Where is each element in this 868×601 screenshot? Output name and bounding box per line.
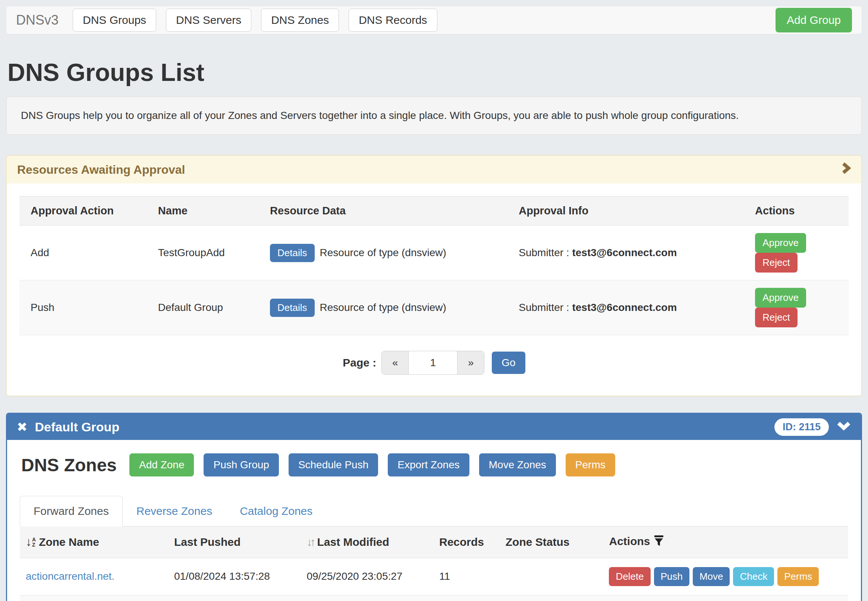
- last-pushed-cell: 01/08/2024 13:57:28: [169, 558, 302, 595]
- perms-row-button[interactable]: Perms: [777, 567, 819, 586]
- dns-zones-title: DNS Zones: [21, 455, 117, 475]
- nav-dns-servers-button[interactable]: DNS Servers: [166, 9, 251, 32]
- page-description: DNS Groups help you to organize all of y…: [6, 96, 862, 135]
- add-zone-button[interactable]: Add Zone: [130, 453, 194, 476]
- reject-button[interactable]: Reject: [755, 308, 798, 327]
- approval-row: Add TestGroupAdd DetailsResource of type…: [19, 226, 849, 281]
- approval-table: Approval Action Name Resource Data Appro…: [19, 196, 849, 335]
- approval-panel-title: Resources Awaiting Approval: [17, 163, 185, 177]
- submitter-email: test3@6connect.com: [572, 247, 677, 258]
- approval-table-header-row: Approval Action Name Resource Data Appro…: [19, 197, 849, 226]
- col-zone-status: Zone Status: [500, 526, 604, 558]
- approval-panel-body: Approval Action Name Resource Data Appro…: [7, 183, 861, 395]
- zone-actions-cell: DeletePushMoveCheckPerms: [604, 558, 848, 595]
- submitter-label: Submitter :: [519, 302, 569, 313]
- col-last-pushed[interactable]: Last Pushed: [169, 526, 302, 558]
- perms-button[interactable]: Perms: [566, 453, 615, 476]
- page-input-group: « »: [381, 351, 484, 375]
- add-group-button[interactable]: Add Group: [775, 8, 852, 32]
- submitter-label: Submitter :: [519, 247, 569, 258]
- last-modified-cell: 07/24/2017 20:04:06: [301, 595, 434, 601]
- dns-zones-toolbar: DNS Zones Add Zone Push Group Schedule P…: [20, 453, 848, 476]
- export-zones-button[interactable]: Export Zones: [388, 453, 470, 476]
- zone-actions-cell: DeletePushMoveCheckPerms: [604, 595, 848, 601]
- approve-button[interactable]: Approve: [755, 233, 806, 253]
- col-last-modified[interactable]: ↓↑Last Modified: [301, 526, 434, 558]
- zones-table-header-row: ↓AZZone Name Last Pushed ↓↑Last Modified…: [20, 526, 848, 558]
- tab-forward-zones[interactable]: Forward Zones: [20, 496, 123, 526]
- approval-action-cell: Push: [19, 281, 152, 335]
- approval-resource-cell: DetailsResource of type (dnsview): [264, 281, 513, 335]
- zone-status-cell: [500, 558, 604, 595]
- pagination: Page : « » Go: [19, 351, 849, 375]
- top-navbar: DNSv3 DNS Groups DNS Servers DNS Zones D…: [6, 6, 862, 34]
- col-approval-action: Approval Action: [19, 197, 152, 226]
- close-icon[interactable]: ✖: [17, 419, 27, 434]
- sort-alpha-icon[interactable]: ↓AZ: [26, 535, 36, 549]
- page-title: DNS Groups List: [8, 58, 862, 87]
- approval-resource-cell: DetailsResource of type (dnsview): [264, 226, 513, 281]
- filter-icon[interactable]: [654, 537, 664, 549]
- push-group-button[interactable]: Push Group: [204, 453, 279, 476]
- approve-button[interactable]: Approve: [755, 288, 806, 308]
- chevron-right-icon[interactable]: [841, 162, 851, 177]
- records-cell: 11: [434, 558, 500, 595]
- zone-name-link[interactable]: actioncarrental.net.: [26, 570, 114, 582]
- delete-button[interactable]: Delete: [609, 567, 650, 586]
- move-button[interactable]: Move: [693, 567, 730, 586]
- go-button[interactable]: Go: [492, 352, 525, 374]
- last-modified-cell: 09/25/2020 23:05:27: [301, 558, 434, 595]
- approval-info-cell: Submitter : test3@6connect.com: [513, 281, 749, 335]
- records-cell: 12: [434, 595, 500, 601]
- reject-button[interactable]: Reject: [755, 253, 798, 273]
- tab-reverse-zones[interactable]: Reverse Zones: [123, 496, 226, 526]
- approval-info-cell: Submitter : test3@6connect.com: [513, 226, 749, 281]
- schedule-push-button[interactable]: Schedule Push: [288, 453, 378, 476]
- approval-name-cell: TestGroupAdd: [152, 226, 264, 281]
- push-button[interactable]: Push: [654, 567, 690, 586]
- col-name: Name: [152, 197, 264, 226]
- approval-panel-header: Resources Awaiting Approval: [7, 156, 861, 183]
- sort-updown-icon[interactable]: ↓↑: [307, 536, 313, 548]
- last-pushed-cell: 01/08/2024 13:57:28: [169, 595, 302, 601]
- nav-dns-records-button[interactable]: DNS Records: [349, 9, 437, 32]
- col-records: Records: [434, 526, 500, 558]
- group-panel: ✖ Default Group ID: 2115 DNS Zones Add Z…: [6, 413, 862, 601]
- zones-tab-bar: Forward Zones Reverse Zones Catalog Zone…: [20, 496, 848, 526]
- resource-data-text: Resource of type (dnsview): [320, 302, 446, 313]
- prev-page-button[interactable]: «: [382, 351, 409, 374]
- col-resource-data: Resource Data: [264, 197, 513, 226]
- group-id-badge: ID: 2115: [774, 418, 829, 436]
- nav-dns-groups-button[interactable]: DNS Groups: [73, 9, 156, 32]
- page: DNSv3 DNS Groups DNS Servers DNS Zones D…: [0, 0, 868, 601]
- approval-row: Push Default Group DetailsResource of ty…: [19, 281, 849, 335]
- col-actions: Actions: [749, 197, 849, 226]
- next-page-button[interactable]: »: [457, 351, 484, 374]
- col-approval-info: Approval Info: [513, 197, 749, 226]
- group-panel-header: ✖ Default Group ID: 2115: [7, 414, 861, 440]
- col-zone-name[interactable]: ↓AZZone Name: [20, 526, 169, 558]
- zone-row: alarmsupply.net. 01/08/2024 13:57:28 07/…: [20, 595, 848, 601]
- resource-data-text: Resource of type (dnsview): [320, 247, 446, 258]
- page-number-input[interactable]: [409, 351, 457, 374]
- approval-panel: Resources Awaiting Approval Approval Act…: [6, 155, 862, 396]
- details-button[interactable]: Details: [270, 244, 314, 262]
- approval-name-cell: Default Group: [152, 281, 264, 335]
- zone-row: actioncarrental.net. 01/08/2024 13:57:28…: [20, 558, 848, 595]
- approval-actions-cell: ApproveReject: [749, 281, 849, 335]
- check-button[interactable]: Check: [733, 567, 774, 586]
- group-panel-title: Default Group: [35, 420, 120, 434]
- submitter-email: test3@6connect.com: [572, 302, 677, 313]
- move-zones-button[interactable]: Move Zones: [479, 453, 556, 476]
- group-panel-body: DNS Zones Add Zone Push Group Schedule P…: [7, 440, 861, 601]
- approval-action-cell: Add: [19, 226, 152, 281]
- tab-catalog-zones[interactable]: Catalog Zones: [226, 496, 326, 526]
- chevron-down-icon[interactable]: [836, 421, 851, 433]
- nav-dns-zones-button[interactable]: DNS Zones: [261, 9, 339, 32]
- zones-table: ↓AZZone Name Last Pushed ↓↑Last Modified…: [20, 526, 848, 601]
- app-brand: DNSv3: [16, 12, 58, 28]
- details-button[interactable]: Details: [270, 299, 314, 317]
- page-label: Page :: [343, 357, 376, 369]
- zone-status-cell: [500, 595, 604, 601]
- approval-actions-cell: ApproveReject: [749, 226, 849, 281]
